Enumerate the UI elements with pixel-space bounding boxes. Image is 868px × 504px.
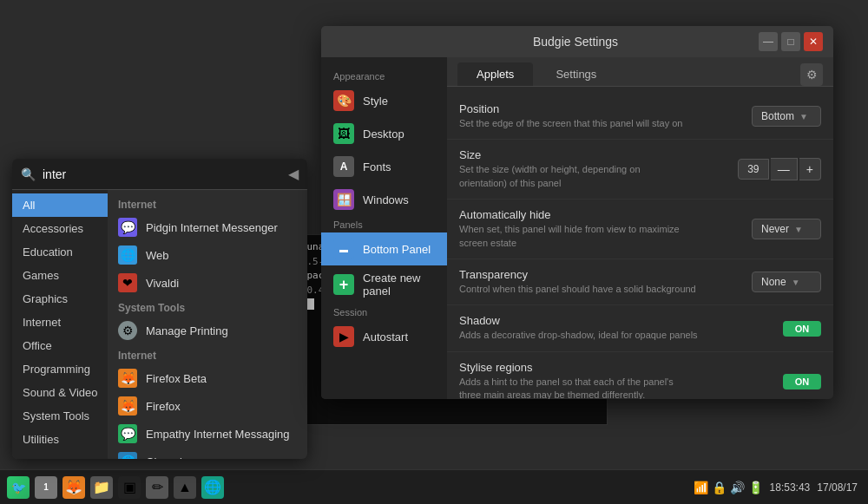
shadow-toggle[interactable]: ON (783, 321, 821, 337)
panels-label: Panels (321, 216, 447, 232)
web-icon: 🌐 (118, 245, 137, 265)
taskbar-time: 18:53:43 (770, 481, 811, 494)
category-system-tools[interactable]: System Tools (12, 404, 108, 428)
nav-style[interactable]: 🎨 Style (321, 84, 447, 117)
taskbar: 🐦 1 🦊 📁 ▣ ✏ ▲ 🌐 📶 🔒 🔊 🔋 18:53:43 17/08/1… (0, 469, 868, 504)
maximize-button[interactable]: □ (781, 32, 800, 51)
minimize-button[interactable]: — (759, 32, 778, 51)
app-web[interactable]: 🌐 Web (108, 241, 307, 269)
nav-create-panel[interactable]: + Create new panel (321, 265, 447, 304)
apps-list: Internet 💬 Pidgin Internet Messenger 🌐 W… (108, 190, 307, 459)
category-games[interactable]: Games (12, 264, 108, 287)
desktop-icon: 🖼 (333, 123, 354, 144)
gedit-taskbar-icon[interactable]: ✏ (146, 476, 168, 499)
section-title-internet: Internet (108, 193, 307, 213)
app-empathy[interactable]: 💬 Empathy Internet Messaging (108, 420, 307, 448)
printing-icon: ⚙ (118, 321, 137, 340)
row-position: Position Set the edge of the screen that… (447, 94, 833, 140)
search-icon: 🔍 (21, 167, 36, 181)
tab-settings[interactable]: Settings (536, 62, 615, 86)
battery-tray-icon[interactable]: 🔋 (748, 481, 763, 494)
position-dropdown[interactable]: Bottom ▼ (752, 106, 821, 127)
shadow-label: Shadow (459, 314, 774, 327)
nav-desktop-label: Desktop (363, 128, 404, 141)
category-office[interactable]: Office (12, 334, 108, 357)
close-button[interactable]: ✕ (804, 32, 823, 51)
network-tray-icon[interactable]: 📶 (694, 481, 708, 494)
lock-tray-icon[interactable]: 🔒 (712, 481, 727, 494)
terminal-taskbar-icon[interactable]: ▣ (118, 476, 141, 499)
workspace-icon[interactable]: 1 (35, 476, 57, 499)
app-firefox-beta[interactable]: 🦊 Firefox Beta (108, 364, 307, 392)
appearance-label: Appearance (321, 68, 447, 84)
pidgin-icon: 💬 (118, 218, 137, 237)
window-body: Appearance 🎨 Style 🖼 Desktop A Fonts 🪟 W… (321, 57, 833, 399)
app-pidgin[interactable]: 💬 Pidgin Internet Messenger (108, 213, 307, 241)
fonts-icon: A (333, 156, 354, 177)
stylise-desc: Adds a hint to the panel so that each of… (459, 376, 774, 399)
window-title: Budgie Settings (392, 35, 759, 49)
category-graphics[interactable]: Graphics (12, 287, 108, 311)
transparency-dropdown[interactable]: None ▼ (752, 272, 821, 292)
firefox-taskbar-icon[interactable]: 🦊 (62, 476, 85, 499)
nav-bottom-panel-label: Bottom Panel (363, 243, 431, 256)
transparency-desc: Control when this panel should have a so… (459, 283, 743, 296)
settings-rows: Position Set the edge of the screen that… (447, 87, 833, 399)
pidgin-label: Pidgin Internet Messenger (146, 221, 278, 234)
size-control: 39 — + (738, 158, 821, 180)
nav-autostart[interactable]: ▶ Autostart (321, 320, 447, 353)
up-arrow-taskbar-icon[interactable]: ▲ (174, 476, 196, 499)
transparency-label: Transparency (459, 268, 743, 281)
gear-button[interactable]: ⚙ (800, 63, 823, 86)
chromium-taskbar-icon[interactable]: 🌐 (201, 476, 224, 499)
shadow-info: Shadow Adds a decorative drop-shadow, id… (459, 314, 774, 342)
category-all[interactable]: All (12, 193, 108, 217)
tab-applets[interactable]: Applets (457, 62, 533, 86)
row-stylise: Stylise regions Adds a hint to the panel… (447, 352, 833, 399)
nav-bottom-panel[interactable]: ▬ Bottom Panel (321, 232, 447, 265)
nav-desktop[interactable]: 🖼 Desktop (321, 117, 447, 150)
row-shadow: Shadow Adds a decorative drop-shadow, id… (447, 305, 833, 351)
nav-windows[interactable]: 🪟 Windows (321, 183, 447, 216)
dropdown-arrow-icon: ▼ (794, 225, 803, 234)
category-internet[interactable]: Internet (12, 311, 108, 334)
style-icon: 🎨 (333, 90, 354, 111)
taskbar-date: 17/08/17 (817, 481, 858, 494)
chromium-label: Chromium (146, 455, 198, 460)
firefox-icon: 🦊 (118, 396, 137, 416)
app-chromium[interactable]: 🌐 Chromium (108, 448, 307, 459)
files-taskbar-icon[interactable]: 📁 (90, 476, 113, 499)
category-other[interactable]: Other (12, 451, 108, 459)
autohide-dropdown[interactable]: Never ▼ (752, 219, 821, 239)
autohide-control: Never ▼ (752, 219, 821, 239)
nav-create-panel-label: Create new panel (363, 272, 435, 298)
taskbar-left: 🐦 1 🦊 📁 ▣ ✏ ▲ 🌐 (0, 476, 231, 499)
size-label: Size (459, 148, 729, 161)
position-value: Bottom (761, 110, 794, 122)
app-firefox[interactable]: 🦊 Firefox (108, 392, 307, 420)
category-utilities[interactable]: Utilities (12, 428, 108, 451)
category-sound-video[interactable]: Sound & Video (12, 381, 108, 404)
app-vivaldi[interactable]: ❤ Vivaldi (108, 269, 307, 297)
volume-tray-icon[interactable]: 🔊 (730, 481, 745, 494)
size-decrease-button[interactable]: — (771, 158, 798, 180)
settings-window: Budgie Settings — □ ✕ Appearance 🎨 Style… (321, 26, 833, 399)
search-input[interactable] (43, 167, 281, 181)
nav-fonts[interactable]: A Fonts (321, 150, 447, 183)
budgie-menu-icon[interactable]: 🐦 (7, 476, 30, 499)
tray-icons: 📶 🔒 🔊 🔋 (694, 481, 763, 494)
category-education[interactable]: Education (12, 240, 108, 264)
stylise-toggle[interactable]: ON (783, 374, 821, 389)
size-increase-button[interactable]: + (799, 158, 821, 180)
shadow-control: ON (783, 321, 821, 337)
settings-sidebar: Appearance 🎨 Style 🖼 Desktop A Fonts 🪟 W… (321, 57, 447, 399)
category-accessories[interactable]: Accessories (12, 217, 108, 240)
desktop: ~]$ uname -a 5.12.5-1-ARCH #1 SMP PREEMP… (0, 0, 868, 504)
stylise-label: Stylise regions (459, 361, 774, 374)
category-programming[interactable]: Programming (12, 357, 108, 381)
autostart-icon: ▶ (333, 326, 354, 347)
search-clear-icon[interactable]: ◀ (288, 166, 299, 182)
nav-autostart-label: Autostart (363, 331, 408, 344)
autohide-desc: When set, this panel will hide from view… (459, 223, 743, 250)
app-printing[interactable]: ⚙ Manage Printing (108, 317, 307, 344)
